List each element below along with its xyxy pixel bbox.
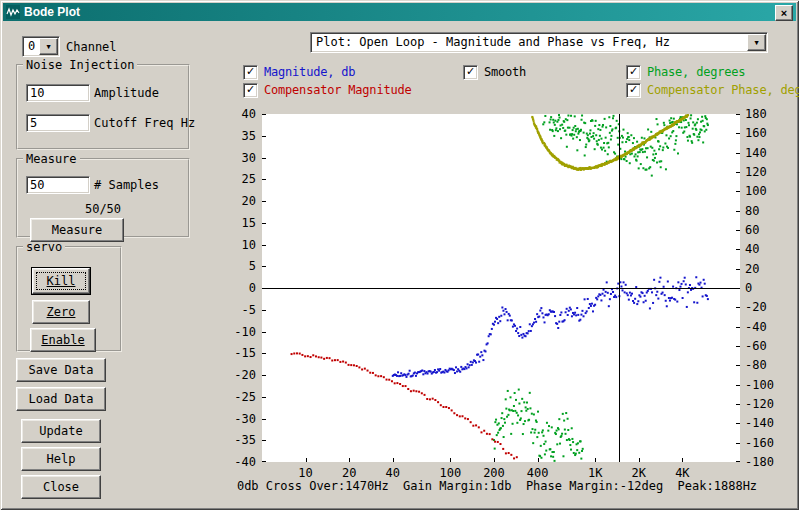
y-right-axis-label: -80	[745, 358, 767, 372]
window-title: Bode Plot	[24, 5, 80, 19]
y-right-axis-label: -160	[745, 436, 774, 450]
noise-injection-title: Noise Injection	[23, 58, 137, 72]
magnitude-checkbox[interactable]: ✓	[243, 65, 258, 80]
channel-label: Channel	[66, 40, 117, 54]
y-left-axis-label: 5	[222, 259, 256, 273]
y-left-axis-label: 10	[222, 238, 256, 252]
compensator-phase-checkbox[interactable]: ✓	[626, 83, 641, 98]
y-left-axis-label: -40	[222, 455, 256, 469]
save-data-button[interactable]: Save Data	[16, 358, 106, 382]
compensator-phase-checkbox-label: Compensator Phase, deg	[647, 83, 799, 97]
phase-checkbox[interactable]: ✓	[626, 65, 641, 80]
compensator-magnitude-checkbox-label: Compensator Magnitude	[264, 83, 412, 97]
amplitude-label: Amplitude	[94, 86, 159, 100]
measure-group: Measure # Samples 50/50 Measure	[16, 152, 190, 238]
x-axis-labels: 1020401002004001K2K4K	[262, 466, 740, 480]
y-left-axis-label: -35	[222, 433, 256, 447]
plot-type-select[interactable]: Plot: Open Loop - Magnitude and Phase vs…	[310, 32, 768, 53]
y-right-axis-label: -120	[745, 397, 774, 411]
check-icon: ✓	[629, 84, 638, 95]
y-right-axis-label: -20	[745, 300, 767, 314]
update-button[interactable]: Update	[21, 419, 101, 443]
close-window-button[interactable]: Close	[21, 475, 101, 499]
measure-group-title: Measure	[23, 152, 80, 166]
y-left-axis-label: -10	[222, 325, 256, 339]
y-right-axis-labels: 180160140120100806040200-20-40-60-80-100…	[745, 114, 779, 462]
chevron-down-glyph: ▼	[46, 43, 50, 51]
app-icon	[6, 5, 20, 19]
y-left-axis-label: 25	[222, 172, 256, 186]
bode-plot-canvas[interactable]	[262, 114, 740, 462]
compensator-phase-checkbox-row: ✓ Compensator Phase, deg	[626, 83, 799, 97]
x-axis-label: 2K	[621, 466, 657, 480]
x-axis-label: 4K	[664, 466, 700, 480]
channel-select[interactable]: 0 ▼	[22, 36, 60, 57]
y-right-axis-label: 120	[745, 165, 767, 179]
compensator-magnitude-checkbox-row: ✓ Compensator Magnitude	[243, 83, 412, 97]
magnitude-checkbox-label: Magnitude, db	[264, 65, 355, 79]
y-right-axis-label: -140	[745, 416, 774, 430]
y-left-axis-label: 15	[222, 216, 256, 230]
y-left-axis-labels: 4035302520151050-5-10-15-20-25-30-35-40	[224, 114, 258, 462]
y-left-axis-label: 20	[222, 194, 256, 208]
check-icon: ✓	[246, 84, 255, 95]
zero-button[interactable]: Zero	[32, 300, 90, 324]
y-left-axis-label: -30	[222, 412, 256, 426]
x-axis-label: 1K	[577, 466, 613, 480]
x-axis-label: 40	[375, 466, 411, 480]
x-axis-label: 10	[288, 466, 324, 480]
window: Bode Plot × 0 ▼ Channel Plot: Open Loop …	[0, 0, 799, 510]
check-icon: ✓	[246, 66, 255, 77]
y-right-axis-label: 140	[745, 146, 767, 160]
y-left-axis-label: -5	[222, 303, 256, 317]
chevron-down-icon[interactable]: ▼	[747, 34, 766, 51]
plot-type-select-value: Plot: Open Loop - Magnitude and Phase vs…	[311, 33, 746, 52]
chevron-down-icon[interactable]: ▼	[39, 38, 58, 55]
smooth-checkbox-label: Smooth	[484, 65, 526, 79]
servo-group: servo Kill Zero Enable	[16, 240, 122, 352]
y-right-axis-label: 80	[745, 204, 759, 218]
close-button[interactable]: ×	[775, 5, 793, 21]
load-data-button[interactable]: Load Data	[16, 387, 106, 411]
measure-button[interactable]: Measure	[30, 218, 124, 242]
x-axis-label: 100	[432, 466, 468, 480]
y-left-axis-label: 0	[222, 281, 256, 295]
channel-select-value: 0	[23, 37, 38, 56]
sample-progress: 50/50	[18, 202, 188, 216]
y-right-axis-label: 180	[745, 107, 767, 121]
y-left-axis-label: -15	[222, 346, 256, 360]
compensator-magnitude-checkbox[interactable]: ✓	[243, 83, 258, 98]
y-right-axis-label: -100	[745, 378, 774, 392]
magnitude-checkbox-row: ✓ Magnitude, db	[243, 65, 355, 79]
y-right-axis-label: -60	[745, 339, 767, 353]
phase-checkbox-label: Phase, degrees	[647, 65, 745, 79]
samples-input[interactable]	[26, 176, 90, 194]
kill-button[interactable]: Kill	[32, 268, 90, 294]
help-button[interactable]: Help	[21, 447, 101, 471]
samples-label: # Samples	[94, 178, 159, 192]
y-right-axis-label: 60	[745, 223, 759, 237]
enable-button[interactable]: Enable	[30, 328, 96, 352]
y-left-axis-label: 35	[222, 129, 256, 143]
cutoff-freq-input[interactable]	[26, 114, 90, 132]
y-left-axis-label: -20	[222, 368, 256, 382]
amplitude-input[interactable]	[26, 84, 90, 102]
smooth-checkbox[interactable]: ✓	[463, 65, 478, 80]
title-bar: Bode Plot ×	[3, 3, 796, 21]
y-right-axis-label: -180	[745, 455, 774, 469]
status-readout: 0db Cross Over:1470Hz Gain Margin:1db Ph…	[230, 479, 764, 493]
y-left-axis-label: -25	[222, 390, 256, 404]
y-right-axis-label: 0	[745, 281, 752, 295]
phase-checkbox-row: ✓ Phase, degrees	[626, 65, 745, 79]
close-icon: ×	[781, 8, 787, 19]
y-right-axis-label: 20	[745, 262, 759, 276]
check-icon: ✓	[466, 66, 475, 77]
x-axis-label: 200	[476, 466, 512, 480]
y-left-axis-label: 40	[222, 107, 256, 121]
servo-group-title: servo	[23, 240, 65, 254]
smooth-checkbox-row: ✓ Smooth	[463, 65, 526, 79]
x-axis-label: 20	[331, 466, 367, 480]
x-axis-label: 400	[520, 466, 556, 480]
cutoff-freq-label: Cutoff Freq Hz	[94, 116, 195, 130]
y-right-axis-label: 160	[745, 126, 767, 140]
